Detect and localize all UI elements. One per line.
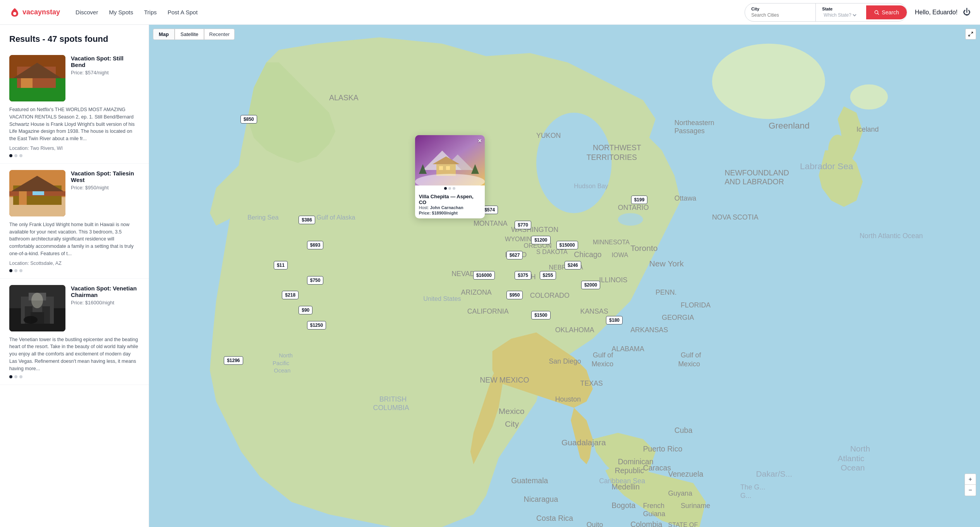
state-select[interactable]: Which State? AlabamaAlaskaArizona Califo… — [822, 12, 858, 18]
price-pin-627[interactable]: $627 — [506, 251, 523, 259]
price-pin-15000[interactable]: $15000 — [556, 241, 578, 249]
svg-text:North: North — [850, 444, 870, 453]
popup-dots — [415, 185, 485, 191]
popup-host: Host: John Carnachan — [419, 205, 481, 210]
dot-3-0 — [9, 375, 12, 378]
svg-text:Bogota: Bogota — [612, 501, 636, 510]
nav-discover[interactable]: Discover — [76, 9, 98, 15]
svg-text:Houston: Houston — [555, 395, 581, 403]
spot-card-3[interactable]: Vacation Spot: Venetian Chairman Price: … — [0, 279, 149, 385]
popup-close-button[interactable]: × — [478, 137, 481, 144]
price-pin-1200[interactable]: $1200 — [531, 236, 550, 244]
spot-price-3: Price: $16000/night — [71, 300, 139, 306]
svg-rect-130 — [446, 166, 450, 170]
price-pin-199[interactable]: $199 — [631, 196, 648, 204]
price-pin-693[interactable]: $693 — [307, 241, 324, 249]
svg-text:STATE OF: STATE OF — [668, 521, 698, 527]
svg-text:Mexico: Mexico — [499, 407, 525, 415]
dot-1-2 — [19, 154, 22, 157]
price-pin-850[interactable]: $850 — [240, 115, 257, 124]
price-pin-1296[interactable]: $1296 — [224, 356, 243, 365]
svg-text:Republic: Republic — [615, 466, 644, 475]
price-pin-750[interactable]: $750 — [307, 276, 324, 285]
sidebar: Results - 47 spots found Vacation Spot: — [0, 25, 149, 527]
spot-price-2: Price: $950/night — [71, 185, 139, 191]
svg-text:COLUMBIA: COLUMBIA — [373, 404, 409, 412]
dot-3-1 — [14, 375, 17, 378]
svg-text:New York: New York — [649, 259, 684, 268]
price-pin-375[interactable]: $375 — [515, 271, 531, 280]
spot-desc-1: Featured on Netflix's THE WORLDS MOST AM… — [9, 106, 139, 142]
price-pin-1250[interactable]: $1250 — [307, 321, 326, 330]
results-title: Results - 47 spots found — [9, 34, 139, 44]
svg-text:Dominican: Dominican — [618, 457, 654, 466]
svg-text:Mexico: Mexico — [592, 360, 614, 368]
city-label: City — [751, 7, 809, 11]
logo-icon — [9, 7, 20, 18]
nav-my-spots[interactable]: My Spots — [109, 9, 133, 15]
zoom-in-button[interactable]: + — [965, 474, 976, 485]
svg-text:Venezuela: Venezuela — [668, 470, 704, 478]
svg-rect-13 — [19, 191, 27, 205]
svg-text:Ottawa: Ottawa — [675, 194, 697, 202]
map-tab-satellite[interactable]: Satellite — [175, 29, 204, 40]
dot-2-2 — [19, 269, 22, 272]
nav-trips[interactable]: Trips — [144, 9, 157, 15]
sidebar-header: Results - 47 spots found — [0, 25, 149, 49]
search-button[interactable]: Search — [866, 5, 906, 19]
spot-image-svg-3 — [9, 285, 65, 331]
svg-point-1 — [875, 10, 878, 14]
svg-text:ARIZONA: ARIZONA — [461, 288, 491, 296]
spot-card-1[interactable]: Vacation Spot: Still Bend Price: $574/ni… — [0, 49, 149, 164]
map-tab-map[interactable]: Map — [153, 29, 175, 40]
spot-image-svg-2 — [9, 170, 65, 216]
spot-price-1: Price: $574/night — [71, 70, 139, 76]
spot-dots-1 — [9, 154, 139, 157]
expand-button[interactable] — [965, 29, 976, 39]
svg-text:Labrador Sea: Labrador Sea — [800, 161, 853, 171]
price-pin-770[interactable]: $770 — [515, 221, 531, 229]
svg-point-24 — [24, 316, 38, 324]
svg-text:TERRITORIES: TERRITORIES — [587, 153, 637, 161]
spot-location-2: Location: Scottsdale, AZ — [9, 261, 139, 266]
popup-image — [415, 135, 485, 185]
price-pin-11[interactable]: $11 — [274, 261, 288, 270]
svg-line-2 — [878, 13, 879, 14]
spot-desc-2: The only Frank Lloyd Wright home built i… — [9, 221, 139, 257]
svg-text:MINNESOTA: MINNESOTA — [593, 239, 630, 245]
spot-info-3: Vacation Spot: Venetian Chairman Price: … — [71, 285, 139, 331]
svg-text:YUKON: YUKON — [536, 132, 561, 139]
zoom-out-button[interactable]: − — [965, 485, 976, 496]
spot-image-2 — [9, 170, 65, 216]
logo[interactable]: vacaynstay — [9, 7, 60, 18]
price-pin-1500[interactable]: $1500 — [531, 311, 550, 319]
svg-text:The G...: The G... — [740, 483, 765, 491]
price-pin-16000[interactable]: $16000 — [473, 271, 495, 280]
price-pin-180[interactable]: $180 — [606, 316, 623, 324]
spot-info-1: Vacation Spot: Still Bend Price: $574/ni… — [71, 55, 139, 101]
svg-text:Cuba: Cuba — [675, 426, 693, 434]
nav-post-spot[interactable]: Post A Spot — [168, 9, 198, 15]
price-pin-90[interactable]: $90 — [299, 306, 312, 314]
svg-text:Ocean: Ocean — [274, 367, 290, 374]
price-pin-2000[interactable]: $2000 — [581, 281, 600, 289]
map-svg: ALASKA NORTHWEST TERRITORIES Northeaster… — [149, 25, 980, 527]
city-input[interactable] — [751, 12, 809, 18]
price-pin-218[interactable]: $218 — [282, 291, 299, 299]
svg-text:Colombia: Colombia — [630, 520, 662, 527]
popup-price: Price: $18900/night — [419, 211, 481, 215]
svg-line-120 — [971, 32, 973, 34]
spot-name-3: Vacation Spot: Venetian Chairman — [71, 285, 139, 298]
spot-image-1 — [9, 55, 65, 101]
svg-text:GEORGIA: GEORGIA — [662, 314, 694, 321]
svg-text:KANSAS: KANSAS — [580, 307, 608, 315]
power-button[interactable]: ⏻ — [963, 8, 971, 17]
svg-point-22 — [31, 293, 43, 308]
price-pin-950[interactable]: $950 — [506, 291, 523, 299]
popup-image-svg — [415, 135, 485, 185]
spot-card-2[interactable]: Vacation Spot: Taliesin West Price: $950… — [0, 164, 149, 279]
price-pin-386[interactable]: $386 — [299, 216, 315, 224]
map-tab-recenter[interactable]: Recenter — [204, 29, 235, 40]
price-pin-246[interactable]: $246 — [565, 261, 581, 270]
price-pin-255[interactable]: $255 — [540, 271, 556, 280]
